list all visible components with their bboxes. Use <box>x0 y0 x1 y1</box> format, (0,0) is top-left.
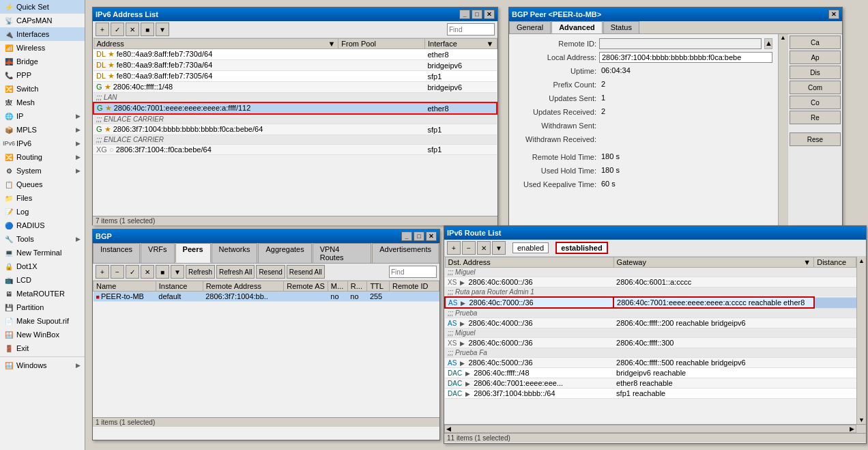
check-button[interactable]: ✓ <box>111 23 124 36</box>
sidebar-item-queues[interactable]: 📋 Queues <box>0 178 85 191</box>
col-gateway[interactable]: Gateway ▼ <box>613 257 814 268</box>
reset-btn[interactable]: Rese <box>790 132 841 146</box>
apply-btn[interactable]: Ap <box>790 51 841 64</box>
tab-advanced[interactable]: Advanced <box>551 21 603 33</box>
col-m[interactable]: M... <box>328 281 347 292</box>
tab-aggregates[interactable]: Aggregates <box>258 243 311 263</box>
bgp-filter-btn[interactable]: ▼ <box>171 265 184 279</box>
sidebar-item-routing[interactable]: 🔀 Routing ▶ <box>0 150 85 164</box>
minimize-button[interactable]: _ <box>459 10 470 19</box>
col-frompool[interactable]: From Pool <box>338 39 425 49</box>
sidebar-item-partition[interactable]: 💾 Partition <box>0 300 85 314</box>
sidebar-item-wireless[interactable]: 📶 Wireless <box>0 41 85 55</box>
hscroll-left[interactable]: ◀ <box>445 425 452 432</box>
col-dst[interactable]: Dst. Address <box>445 257 613 268</box>
col-instance[interactable]: Instance <box>156 281 203 292</box>
sidebar-item-newterminal[interactable]: 💻 New Terminal <box>0 246 85 259</box>
sidebar-item-interfaces[interactable]: 🔌 Interfaces <box>0 27 85 41</box>
bgp-add-btn[interactable]: + <box>96 265 109 279</box>
col-distance[interactable]: Distance <box>814 257 856 268</box>
sidebar-item-switch[interactable]: 🔀 Switch <box>0 82 85 96</box>
bgp-refresh-btn[interactable]: Refresh <box>186 265 215 279</box>
sidebar-item-capsman[interactable]: 📡 CAPsMAN <box>0 14 85 27</box>
disable-btn[interactable]: Dis <box>790 66 841 79</box>
tab-status[interactable]: Status <box>603 21 639 33</box>
bgp-disable-btn[interactable]: ■ <box>156 265 169 279</box>
tab-advertisements[interactable]: Advertisements <box>372 243 439 263</box>
col-ttl[interactable]: TTL <box>367 281 390 292</box>
table-row[interactable]: DL ★ fe80::4aa9:8aff:feb7:7305/64 sfp1 <box>93 71 497 82</box>
sidebar-item-ppp[interactable]: 📞 PPP <box>0 68 85 82</box>
route-remove-btn[interactable]: − <box>462 241 476 255</box>
disable-button[interactable]: ■ <box>141 23 154 36</box>
table-row[interactable]: XG ○ 2806:3f7:1004::f0ca:bebe/64 sfp1 <box>93 145 497 155</box>
table-row[interactable]: XS ▶ 2806:40c:6000::/36 2806:40c:ffff::3… <box>445 338 856 348</box>
route-scrollbar[interactable]: ▲ ▼ <box>856 257 866 424</box>
bgp-refreshall-btn[interactable]: Refresh All <box>216 265 255 279</box>
route-scroll-up[interactable]: ▲ <box>857 257 866 265</box>
sidebar-item-tools[interactable]: 🔧 Tools ▶ <box>0 232 85 246</box>
sidebar-item-radius[interactable]: 🔵 RADIUS <box>0 219 85 232</box>
table-row[interactable]: DL ★ fe80::4aa9:8aff:feb7:730d/64 ether8 <box>93 49 497 60</box>
add-button[interactable]: + <box>96 23 109 36</box>
sidebar-item-mesh[interactable]: 🕸 Mesh <box>0 96 85 109</box>
route-add-btn[interactable]: + <box>447 241 461 255</box>
scroll-up[interactable]: ▲ <box>779 34 787 41</box>
filter-button[interactable]: ▼ <box>156 23 169 36</box>
bgp-find-input[interactable] <box>389 266 437 278</box>
col-address[interactable]: Address ▼ <box>93 39 338 49</box>
sidebar-item-system[interactable]: ⚙ System ▶ <box>0 164 85 178</box>
comment-btn[interactable]: Com <box>790 81 841 94</box>
remove-button[interactable]: ✕ <box>126 23 139 36</box>
cancel-btn[interactable]: Ca <box>790 36 841 49</box>
sidebar-item-windows[interactable]: 🪟 Windows ▶ <box>0 358 85 372</box>
col-remoteaddr[interactable]: Remote Address <box>203 281 284 292</box>
sidebar-item-ip[interactable]: 🌐 IP ▶ <box>0 109 85 123</box>
col-interface[interactable]: Interface ▼ <box>424 39 497 49</box>
bgp-minimize-btn[interactable]: _ <box>401 231 412 241</box>
sidebar-item-lcd[interactable]: 📺 LCD <box>0 273 85 287</box>
tab-instances[interactable]: Instances <box>93 243 140 263</box>
scrollbar-remoteid[interactable]: ▲ <box>764 38 772 49</box>
sidebar-item-dot1x[interactable]: 🔒 Dot1X <box>0 259 85 273</box>
table-row-selected[interactable]: AS ▶ 2806:40c:7000::/36 2806:40c:7001:ee… <box>445 297 856 308</box>
table-row[interactable]: G ★ 2806:40c:ffff::1/48 bridgeipv6 <box>93 82 497 93</box>
table-row[interactable]: XS ▶ 2806:40c:6000::/36 2806:40c:6001::a… <box>445 277 856 287</box>
tab-networks[interactable]: Networks <box>212 243 258 263</box>
sidebar-item-log[interactable]: 📝 Log <box>0 205 85 219</box>
table-row[interactable]: DAC ▶ 2806:40c:ffff::/48 bridgeipv6 reac… <box>445 368 856 378</box>
route-hscroll[interactable]: ◀ ▶ <box>444 425 856 433</box>
sidebar-item-newwinbox[interactable]: 🪟 New WinBox <box>0 328 85 341</box>
tab-vpn4routes[interactable]: VPN4 Routes <box>313 243 372 263</box>
table-row[interactable]: DAC ▶ 2806:3f7:1004:bbbb::/64 sfp1 reach… <box>445 389 856 399</box>
col-remoteas[interactable]: Remote AS <box>284 281 328 292</box>
maximize-button[interactable]: □ <box>472 10 482 19</box>
sidebar-item-mpls[interactable]: 📦 MPLS ▶ <box>0 123 85 137</box>
table-row[interactable]: AS ▶ 2806:40c:5000::/36 2806:40c:ffff::5… <box>445 358 856 368</box>
bgp-close-btn[interactable]: ✕ <box>828 10 839 19</box>
tab-general[interactable]: General <box>509 21 551 33</box>
table-row[interactable]: G ★ 2806:3f7:1004:bbbb:bbbb:bbbb:f0ca:be… <box>93 124 497 135</box>
route-x-btn[interactable]: ✕ <box>477 241 491 255</box>
tab-peers[interactable]: Peers <box>175 243 211 263</box>
bgp-check-btn[interactable]: ✓ <box>126 265 139 279</box>
table-row[interactable]: DAC ▶ 2806:40c:7001:eeee:eee... ether8 r… <box>445 378 856 389</box>
close-button[interactable]: ✕ <box>484 10 495 19</box>
copy-btn[interactable]: Co <box>790 96 841 109</box>
bgp-peer-scrollbar[interactable]: ▲ ▼ <box>778 34 787 231</box>
sidebar-item-exit[interactable]: 🚪 Exit <box>0 341 85 355</box>
bgp-close-btn[interactable]: ✕ <box>426 231 437 241</box>
find-input[interactable] <box>447 23 495 36</box>
tab-vrfs[interactable]: VRFs <box>141 243 175 263</box>
sidebar-item-quickset[interactable]: ⚡ Quick Set <box>0 0 85 14</box>
sidebar-item-metarouter[interactable]: 🖥 MetaROUTER <box>0 287 85 300</box>
route-filter-btn[interactable]: ▼ <box>492 241 506 255</box>
col-r[interactable]: R... <box>347 281 367 292</box>
col-remoteid[interactable]: Remote ID <box>389 281 439 292</box>
sidebar-item-ipv6[interactable]: IPv6 IPv6 ▶ <box>0 137 85 150</box>
table-row[interactable]: AS ▶ 2806:40c:4000::/36 2806:40c:ffff::2… <box>445 318 856 328</box>
table-row[interactable]: DL ★ fe80::4aa9:8aff:feb7:730a/64 bridge… <box>93 60 497 71</box>
bgp-remove-btn[interactable]: − <box>111 265 124 279</box>
bgp-resend-btn[interactable]: Resend <box>256 265 285 279</box>
bgp-resendall-btn[interactable]: Resend All <box>287 265 325 279</box>
